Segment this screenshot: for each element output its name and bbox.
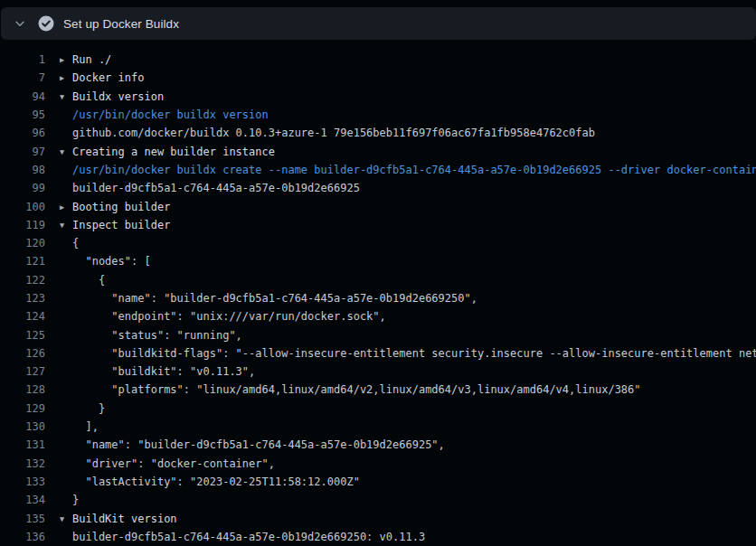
log-line: 128 "platforms": "linux/amd64,linux/amd6… (0, 381, 756, 399)
line-number-link[interactable]: 122 (0, 274, 45, 287)
log-line: 124 "endpoint": "unix:///var/run/docker.… (0, 307, 756, 325)
group-toggle-icon[interactable]: ▼ (60, 514, 72, 523)
line-number-link[interactable]: 120 (0, 237, 45, 249)
log-group-line[interactable]: 1 ▶ Run ./ (0, 51, 756, 69)
log-line-text[interactable]: BuildKit version (72, 513, 177, 525)
log-line: 129 } (0, 400, 756, 418)
log-line-text: builder-d9cfb5a1-c764-445a-a57e-0b19d2e6… (72, 182, 360, 194)
log-line-text: github.com/docker/buildx 0.10.3+azure-1 … (72, 127, 595, 139)
log-line-text: /usr/bin/docker buildx version (72, 108, 269, 121)
group-toggle-icon[interactable]: ▶ (60, 73, 72, 82)
step-header[interactable]: Set up Docker Buildx (1, 7, 756, 40)
line-number-link[interactable]: 99 (0, 182, 45, 194)
group-toggle-icon[interactable]: ▶ (60, 55, 72, 64)
log-line: 126 "buildkitd-flags": "--allow-insecure… (0, 344, 756, 362)
log-line: 134 } (0, 491, 756, 509)
log-line: 130 ], (0, 418, 756, 436)
line-number-link[interactable]: 129 (0, 402, 45, 415)
line-number-link[interactable]: 121 (0, 255, 45, 268)
log-line: 131 "name": "builder-d9cfb5a1-c764-445a-… (0, 436, 756, 454)
log-group-line[interactable]: 97 ▼ Creating a new builder instance (0, 142, 756, 160)
log-line: 125 "status": "running", (0, 325, 756, 344)
line-number-link[interactable]: 98 (0, 164, 45, 176)
log-line-text: "lastActivity": "2023-02-25T11:58:12.000… (72, 475, 360, 488)
line-number-link[interactable]: 127 (0, 365, 45, 378)
log-lines: 1 ▶ Run ./ 7 ▶ Docker info 94 ▼ Buildx v… (0, 40, 756, 546)
log-group-line[interactable]: 100 ▶ Booting builder (0, 197, 756, 215)
line-number-link[interactable]: 1 (0, 53, 45, 66)
line-number-link[interactable]: 95 (0, 108, 45, 121)
log-line-text: { (72, 274, 105, 287)
log-line: 132 "driver": "docker-container", (0, 455, 756, 473)
line-number-link[interactable]: 135 (0, 513, 45, 525)
log-line-text: /usr/bin/docker buildx create --name bui… (72, 164, 756, 176)
log-line-text: builder-d9cfb5a1-c764-445a-a57e-0b19d2e6… (72, 531, 425, 543)
log-line: 121 "nodes": [ (0, 252, 756, 270)
log-line: 127 "buildkit": "v0.11.3", (0, 362, 756, 381)
line-number-link[interactable]: 126 (0, 347, 45, 360)
line-number-link[interactable]: 125 (0, 329, 45, 342)
line-number-link[interactable]: 128 (0, 383, 45, 396)
chevron-down-icon[interactable] (14, 17, 26, 30)
line-number-link[interactable]: 96 (0, 127, 45, 139)
log-line: 136 builder-d9cfb5a1-c764-445a-a57e-0b19… (0, 528, 756, 546)
log-line-text: "driver": "docker-container", (72, 457, 275, 470)
log-line-text: ], (72, 420, 99, 433)
log-group-line[interactable]: 94 ▼ Buildx version (0, 88, 756, 106)
log-line-text[interactable]: Buildx version (72, 90, 164, 103)
line-number-link[interactable]: 132 (0, 457, 45, 470)
log-line-text[interactable]: Docker info (72, 71, 144, 84)
log-line-text: "name": "builder-d9cfb5a1-c764-445a-a57e… (72, 438, 445, 451)
log-line: 122 { (0, 271, 756, 289)
log-group-line[interactable]: 119 ▼ Inspect builder (0, 216, 756, 234)
line-number-link[interactable]: 124 (0, 310, 45, 323)
group-toggle-icon[interactable]: ▼ (60, 92, 72, 101)
log-line-text: "buildkit": "v0.11.3", (72, 365, 255, 378)
line-number-link[interactable]: 136 (0, 531, 45, 543)
line-number-link[interactable]: 100 (0, 201, 45, 213)
log-line-text: "platforms": "linux/amd64,linux/amd64/v2… (72, 383, 641, 396)
log-line: 133 "lastActivity": "2023-02-25T11:58:12… (0, 473, 756, 491)
line-number-link[interactable]: 7 (0, 71, 45, 84)
check-circle-icon (38, 15, 54, 32)
log-line: 120 { (0, 234, 756, 252)
log-line-text[interactable]: Inspect builder (72, 219, 170, 231)
log-line: 123 "name": "builder-d9cfb5a1-c764-445a-… (0, 289, 756, 307)
log-group-line[interactable]: 7 ▶ Docker info (0, 69, 756, 87)
log-line-text: "buildkitd-flags": "--allow-insecure-ent… (72, 347, 756, 360)
log-line-text: } (72, 494, 79, 506)
log-line-text[interactable]: Booting builder (72, 201, 170, 213)
group-toggle-icon[interactable]: ▼ (60, 221, 72, 230)
line-number-link[interactable]: 133 (0, 475, 45, 488)
group-toggle-icon[interactable]: ▶ (60, 202, 72, 212)
log-line-text: "status": "running", (72, 329, 242, 342)
log-line-text: "nodes": [ (72, 255, 151, 268)
line-number-link[interactable]: 119 (0, 219, 45, 231)
line-number-link[interactable]: 123 (0, 292, 45, 305)
group-toggle-icon[interactable]: ▼ (60, 147, 72, 156)
log-group-line[interactable]: 135 ▼ BuildKit version (0, 509, 756, 527)
line-number-link[interactable]: 97 (0, 146, 45, 158)
log-line: 96 github.com/docker/buildx 0.10.3+azure… (0, 124, 756, 142)
log-line-text[interactable]: Creating a new builder instance (72, 146, 275, 158)
line-number-link[interactable]: 134 (0, 494, 45, 506)
line-number-link[interactable]: 94 (0, 90, 45, 103)
log-line-text: { (72, 237, 79, 249)
line-number-link[interactable]: 130 (0, 420, 45, 433)
log-line-text[interactable]: Run ./ (72, 53, 111, 66)
log-line-text: "name": "builder-d9cfb5a1-c764-445a-a57e… (72, 292, 477, 305)
log-line-text: "endpoint": "unix:///var/run/docker.sock… (72, 310, 386, 323)
line-number-link[interactable]: 131 (0, 438, 45, 451)
log-line-text: } (72, 402, 105, 415)
log-line: 95 /usr/bin/docker buildx version (0, 106, 756, 124)
log-line: 98 /usr/bin/docker buildx create --name … (0, 161, 756, 179)
log-line: 99 builder-d9cfb5a1-c764-445a-a57e-0b19d… (0, 179, 756, 197)
step-title: Set up Docker Buildx (63, 17, 179, 31)
